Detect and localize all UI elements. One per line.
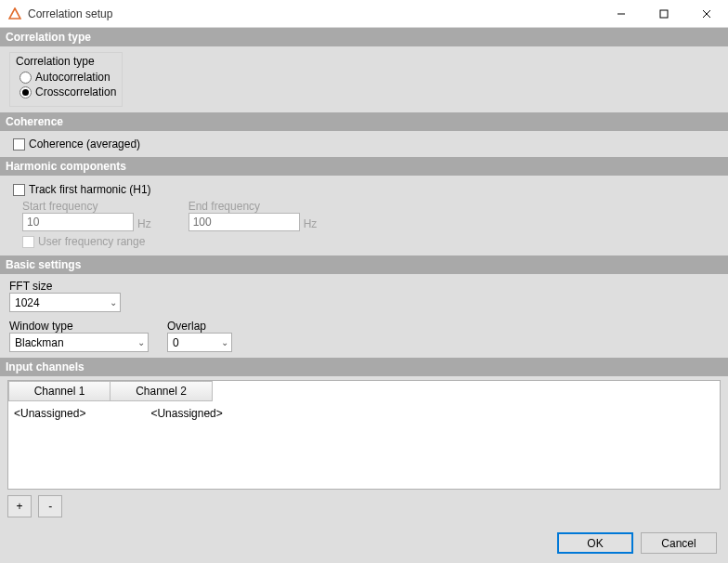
window-type-select[interactable]: Blackman ⌄ xyxy=(9,333,149,352)
section-body-correlation: Correlation type Autocorrelation Crossco… xyxy=(0,46,728,112)
unit-hz: Hz xyxy=(304,217,318,231)
radio-autocorrelation[interactable]: Autocorrelation xyxy=(20,71,116,84)
fft-size-label: FFT size xyxy=(9,280,121,293)
checkbox-icon xyxy=(13,184,25,196)
titlebar: Correlation setup xyxy=(0,0,728,28)
checkbox-coherence[interactable]: Coherence (averaged) xyxy=(13,137,719,151)
section-header-input-channels: Input channels xyxy=(0,358,728,376)
checkbox-icon xyxy=(22,236,34,248)
channel-tabs: Channel 1 Channel 2 xyxy=(8,381,720,401)
tab-channel-1[interactable]: Channel 1 xyxy=(8,381,110,401)
checkbox-label: User frequency range xyxy=(38,235,145,248)
radio-label: Crosscorrelation xyxy=(35,85,116,98)
fft-size-select[interactable]: 1024 ⌄ xyxy=(9,293,121,312)
section-header-coherence: Coherence xyxy=(0,112,728,131)
overlap-field: Overlap 0 ⌄ xyxy=(167,320,232,352)
channel-2-value: <Unassigned> xyxy=(150,407,222,420)
window-title: Correlation setup xyxy=(28,7,600,20)
chevron-down-icon: ⌄ xyxy=(137,337,145,347)
section-header-harmonic: Harmonic components xyxy=(0,157,728,176)
app-icon xyxy=(7,7,22,21)
section-body-harmonic: Track first harmonic (H1) Start frequenc… xyxy=(0,176,728,255)
end-frequency-label: End frequency xyxy=(188,200,300,213)
dialog-footer: OK Cancel xyxy=(0,523,728,563)
section-body-coherence: Coherence (averaged) xyxy=(0,131,728,157)
checkbox-label: Coherence (averaged) xyxy=(29,137,140,151)
checkbox-label: Track first harmonic (H1) xyxy=(29,183,151,196)
radio-icon xyxy=(20,86,32,98)
end-frequency-field: End frequency xyxy=(188,200,300,231)
channel-values: <Unassigned> <Unassigned> xyxy=(8,401,720,426)
chevron-down-icon: ⌄ xyxy=(110,297,117,308)
svg-rect-2 xyxy=(660,10,668,18)
checkbox-user-frequency-range: User frequency range xyxy=(22,235,719,248)
remove-channel-button[interactable]: - xyxy=(38,495,62,517)
radio-icon xyxy=(20,72,32,84)
overlap-label: Overlap xyxy=(167,320,232,333)
input-channels-panel: Channel 1 Channel 2 <Unassigned> <Unassi… xyxy=(7,380,721,490)
section-header-basic: Basic settings xyxy=(0,255,728,274)
select-value: Blackman xyxy=(15,336,64,349)
correlation-type-label: Correlation type xyxy=(16,55,116,68)
start-frequency-input[interactable] xyxy=(22,213,134,231)
window-buttons xyxy=(600,0,728,27)
correlation-type-group: Correlation type Autocorrelation Crossco… xyxy=(9,52,123,107)
minimize-button[interactable] xyxy=(600,0,643,27)
fft-size-field: FFT size 1024 ⌄ xyxy=(9,280,121,312)
section-body-basic: FFT size 1024 ⌄ Window type Blackman ⌄ O… xyxy=(0,274,728,358)
channel-buttons: + - xyxy=(0,490,728,523)
select-value: 1024 xyxy=(15,296,40,309)
maximize-button[interactable] xyxy=(643,0,685,27)
radio-crosscorrelation[interactable]: Crosscorrelation xyxy=(20,85,116,98)
overlap-select[interactable]: 0 ⌄ xyxy=(167,333,232,352)
svg-marker-0 xyxy=(9,8,20,19)
ok-button[interactable]: OK xyxy=(557,532,633,554)
chevron-down-icon: ⌄ xyxy=(221,337,228,347)
close-button[interactable] xyxy=(685,0,728,27)
checkbox-track-harmonic[interactable]: Track first harmonic (H1) xyxy=(13,183,719,196)
cancel-button[interactable]: Cancel xyxy=(641,532,717,554)
checkbox-icon xyxy=(13,138,25,151)
select-value: 0 xyxy=(173,336,179,349)
add-channel-button[interactable]: + xyxy=(7,495,32,517)
content: Correlation type Correlation type Autoco… xyxy=(0,28,728,563)
start-frequency-label: Start frequency xyxy=(22,200,134,213)
unit-hz: Hz xyxy=(137,217,151,231)
start-frequency-field: Start frequency xyxy=(22,200,134,231)
end-frequency-input[interactable] xyxy=(188,213,300,231)
window-type-field: Window type Blackman ⌄ xyxy=(9,320,149,352)
channel-1-value: <Unassigned> xyxy=(14,407,85,420)
window-type-label: Window type xyxy=(9,320,149,333)
tab-channel-2[interactable]: Channel 2 xyxy=(110,381,213,401)
section-header-correlation: Correlation type xyxy=(0,28,728,46)
radio-label: Autocorrelation xyxy=(35,71,110,84)
